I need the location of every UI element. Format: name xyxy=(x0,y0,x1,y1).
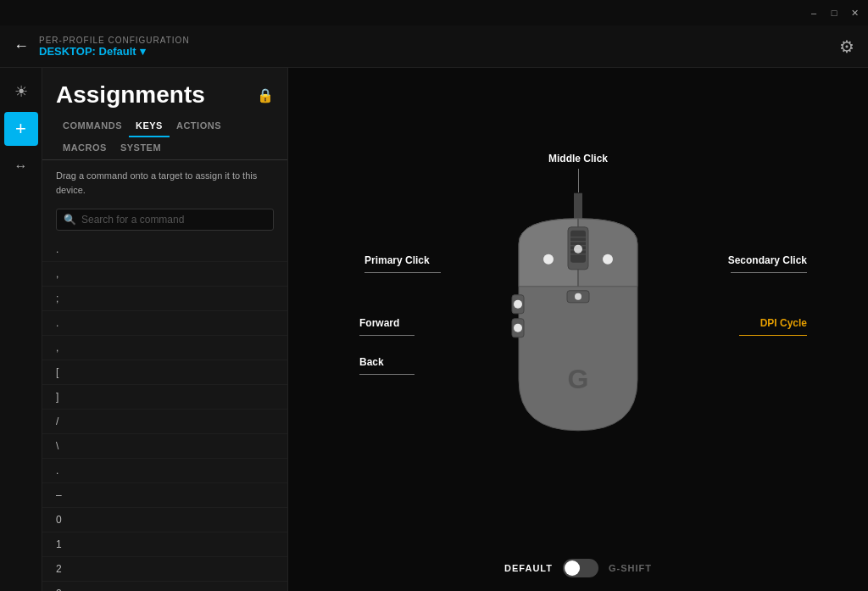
list-item[interactable]: 2 xyxy=(42,557,287,582)
secondary-click-label: Secondary Click xyxy=(728,252,807,273)
profile-label[interactable]: DESKTOP: Default ▾ xyxy=(39,45,190,58)
tabs: COMMANDS KEYS ACTIONS MACROS SYSTEM xyxy=(42,115,287,160)
list-item[interactable]: . xyxy=(42,459,287,483)
sidebar-header: Assignments 🔒 xyxy=(42,68,287,115)
list-item[interactable]: 1 xyxy=(42,532,287,557)
tab-actions[interactable]: ACTIONS xyxy=(170,115,228,137)
list-item[interactable]: / xyxy=(42,410,287,434)
dpi-cycle-label: DPI Cycle xyxy=(739,315,807,336)
dropdown-icon[interactable]: ▾ xyxy=(140,45,146,58)
svg-point-15 xyxy=(574,244,582,253)
toggle-thumb xyxy=(565,560,580,576)
svg-text:G: G xyxy=(568,363,589,393)
gshift-label: G-SHIFT xyxy=(609,563,652,573)
drag-hint: Drag a command onto a target to assign i… xyxy=(42,160,287,205)
back-button[interactable]: ← xyxy=(14,37,29,55)
list-item[interactable]: ] xyxy=(42,385,287,410)
mouse-diagram: G Middle Click Primary Click xyxy=(341,126,815,533)
arrows-icon: ↔ xyxy=(14,159,28,174)
minimize-button[interactable]: – xyxy=(807,6,821,20)
svg-point-14 xyxy=(603,254,613,264)
nav-assignments[interactable]: + xyxy=(4,112,38,146)
plus-icon: + xyxy=(15,118,26,140)
list-item[interactable]: , xyxy=(42,336,287,360)
nav-dpi[interactable]: ↔ xyxy=(4,149,38,183)
back-label: Back xyxy=(359,354,415,375)
middle-click-label: Middle Click xyxy=(548,150,608,192)
titlebar: – □ ✕ xyxy=(0,0,868,25)
search-input[interactable] xyxy=(81,214,266,226)
list-item[interactable]: 0 xyxy=(42,508,287,532)
mouse-svg: G xyxy=(493,192,663,455)
list-item[interactable]: , xyxy=(42,262,287,287)
default-label: DEFAULT xyxy=(504,563,553,573)
list-item[interactable]: . xyxy=(42,311,287,336)
svg-point-18 xyxy=(575,293,581,299)
brightness-icon: ☀ xyxy=(14,82,28,101)
tab-system[interactable]: SYSTEM xyxy=(114,137,168,159)
svg-point-17 xyxy=(514,323,522,332)
nav-brightness[interactable]: ☀ xyxy=(4,75,38,109)
primary-click-label: Primary Click xyxy=(364,252,441,273)
left-nav: ☀ + ↔ xyxy=(0,68,42,591)
toggle-switch[interactable] xyxy=(563,559,598,577)
sidebar-title: Assignments xyxy=(56,81,205,109)
main-content: G Middle Click Primary Click xyxy=(288,68,868,591)
header-text: PER-PROFILE CONFIGURATION DESKTOP: Defau… xyxy=(39,36,190,58)
titlebar-controls: – □ ✕ xyxy=(807,6,861,20)
close-button[interactable]: ✕ xyxy=(848,6,861,20)
forward-label: Forward xyxy=(359,315,415,336)
header: ← PER-PROFILE CONFIGURATION DESKTOP: Def… xyxy=(0,25,868,68)
list-item[interactable]: [ xyxy=(42,360,287,385)
list-item[interactable]: \ xyxy=(42,434,287,459)
settings-button[interactable]: ⚙ xyxy=(839,36,854,57)
list-item[interactable]: . xyxy=(42,237,287,262)
search-icon: 🔍 xyxy=(64,214,76,226)
svg-point-13 xyxy=(543,254,554,264)
config-label: PER-PROFILE CONFIGURATION xyxy=(39,36,190,45)
tab-macros[interactable]: MACROS xyxy=(56,137,114,159)
list-item[interactable]: ; xyxy=(42,287,287,311)
sidebar: Assignments 🔒 COMMANDS KEYS ACTIONS MACR… xyxy=(42,68,288,591)
list-item[interactable]: – xyxy=(42,483,287,508)
lock-icon: 🔒 xyxy=(257,87,274,103)
list-item[interactable]: 3 xyxy=(42,582,287,591)
key-list: . , ; . , [ ] / \ . – 0 1 2 3 xyxy=(42,237,287,591)
bottom-bar: DEFAULT G-SHIFT xyxy=(504,559,652,577)
svg-point-16 xyxy=(514,299,522,308)
maximize-button[interactable]: □ xyxy=(827,6,841,20)
tab-commands[interactable]: COMMANDS xyxy=(56,115,129,137)
search-box[interactable]: 🔍 xyxy=(56,209,274,231)
tab-keys[interactable]: KEYS xyxy=(129,115,170,137)
